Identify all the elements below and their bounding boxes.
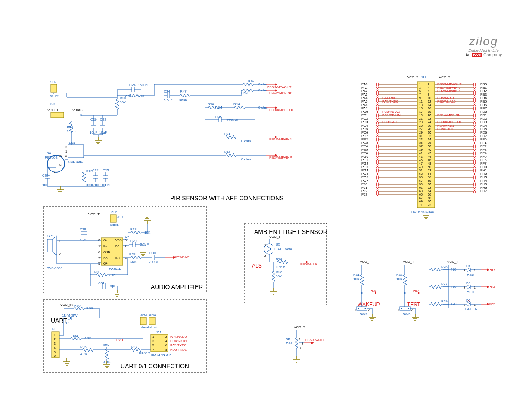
svg-text:SH3: SH3	[149, 313, 156, 317]
svg-text:R33: R33	[72, 334, 78, 338]
svg-text:PB0/AMPAOUT: PB0/AMPAOUT	[267, 85, 291, 89]
svg-text:D7: D7	[65, 321, 69, 325]
svg-text:shunt: shunt	[110, 223, 119, 227]
svg-text:D: D	[59, 155, 62, 158]
svg-text:C23: C23	[100, 118, 106, 121]
svg-text:1: 1	[54, 333, 56, 336]
svg-text:R37: R37	[131, 345, 137, 349]
svg-text:5K: 5K	[286, 337, 290, 341]
svg-text:R22: R22	[276, 270, 282, 274]
svg-text:2: 2	[464, 286, 465, 289]
svg-text:50: 50	[428, 165, 431, 168]
svg-text:383K: 383K	[179, 98, 187, 102]
svg-text:2: 2	[54, 338, 56, 341]
svg-text:2: 2	[302, 342, 303, 345]
svg-text:D6: D6	[466, 299, 471, 302]
svg-text:1: 1	[98, 245, 100, 248]
svg-text:3: 3	[65, 146, 67, 149]
svg-text:37: 37	[419, 145, 423, 148]
svg-text:J18: J18	[421, 75, 426, 79]
svg-text:15: 15	[419, 107, 423, 110]
svg-text:25: 25	[419, 124, 423, 127]
svg-text:NCL-10IL: NCL-10IL	[68, 160, 83, 164]
svg-text:PC5: PC5	[488, 302, 495, 306]
svg-text:24: 24	[428, 121, 431, 124]
svg-text:VDD: VDD	[115, 239, 122, 242]
svg-text:58: 58	[428, 179, 431, 182]
svg-text:33: 33	[419, 138, 423, 141]
svg-text:YELL: YELL	[467, 290, 476, 294]
schematic-canvas: SH7 shunt J23 VCC_T VBIAS R46 0 ohm C361…	[0, 0, 532, 411]
als-block: VCC_T U5TEFT4300 12 R450 ohm PB5/ANA9 R2…	[245, 223, 327, 305]
svg-rect-92	[110, 215, 116, 222]
svg-text:26: 26	[428, 124, 431, 127]
svg-text:4: 4	[428, 86, 429, 89]
svg-text:R23: R23	[286, 341, 292, 345]
svg-text:71: 71	[419, 203, 423, 206]
svg-text:C24: C24	[129, 83, 136, 87]
svg-text:O-: O-	[103, 239, 107, 242]
svg-text:J20: J20	[51, 327, 56, 331]
svg-text:29: 29	[419, 131, 423, 134]
svg-text:46: 46	[428, 159, 431, 162]
svg-text:S: S	[59, 163, 62, 166]
svg-text:R38: R38	[130, 227, 137, 231]
svg-text:R26: R26	[441, 265, 448, 269]
wakeup-test-block: VCC_T VCC_T R3110K R3210K PA6 PA7 SW2 SW…	[353, 260, 495, 321]
svg-text:36: 36	[428, 141, 431, 144]
svg-text:1: 1	[59, 240, 61, 243]
svg-text:R34: R34	[103, 343, 110, 347]
svg-text:59: 59	[419, 183, 423, 186]
svg-text:1500pF: 1500pF	[138, 83, 149, 87]
svg-text:5: 5	[152, 344, 154, 347]
svg-text:18: 18	[428, 110, 431, 113]
svg-text:VCC_5v: VCC_5v	[60, 303, 73, 307]
svg-text:R43: R43	[233, 102, 240, 106]
svg-text:32: 32	[428, 134, 431, 137]
sh7	[51, 84, 57, 92]
svg-text:PB2/AMPAINP: PB2/AMPAINP	[269, 156, 292, 159]
svg-text:0 ohm: 0 ohm	[276, 265, 286, 269]
pir-block: SH7 shunt J23 VCC_T VBIAS R46 0 ohm C361…	[42, 79, 294, 193]
svg-text:VCC_T: VCC_T	[407, 75, 418, 79]
svg-text:R35: R35	[80, 345, 87, 349]
svg-text:2: 2	[125, 245, 127, 248]
svg-text:41: 41	[419, 152, 423, 155]
svg-text:70: 70	[428, 200, 431, 203]
svg-text:1: 1	[419, 83, 421, 86]
svg-text:SW2: SW2	[360, 312, 367, 316]
svg-text:8: 8	[165, 348, 167, 351]
svg-text:shunt: shunt	[140, 325, 149, 329]
svg-text:J19: J19	[117, 215, 123, 219]
svg-text:1: 1	[398, 308, 400, 311]
svg-text:10: 10	[428, 97, 431, 100]
svg-text:0.47uF: 0.47uF	[149, 260, 159, 264]
svg-text:7: 7	[419, 93, 421, 96]
svg-text:U7: U7	[125, 235, 130, 239]
svg-text:U5: U5	[276, 243, 280, 246]
svg-text:57: 57	[419, 179, 423, 182]
svg-text:1uF: 1uF	[80, 238, 86, 242]
svg-text:2: 2	[165, 335, 167, 338]
svg-text:PA7: PA7	[413, 289, 419, 293]
audio-block: SP1CVS-1508 12 U7TPA301D 8O- 1IN- 6GND 7…	[43, 207, 207, 296]
svg-text:G: G	[53, 171, 55, 174]
svg-text:PD1/AMPBINN: PD1/AMPBINN	[269, 91, 292, 95]
svg-text:5: 5	[54, 351, 56, 354]
svg-text:R27: R27	[441, 282, 448, 286]
svg-text:5: 5	[419, 90, 421, 93]
svg-text:10K: 10K	[120, 100, 126, 104]
svg-text:0.01uF: 0.01uF	[90, 183, 100, 187]
svg-text:PB7: PB7	[488, 268, 495, 272]
svg-text:7: 7	[98, 257, 100, 260]
svg-text:PB6/ANA10: PB6/ANA10	[305, 338, 324, 342]
svg-text:PA5/TXD0: PA5/TXD0	[382, 100, 398, 103]
svg-text:60: 60	[428, 183, 431, 186]
svg-text:R29: R29	[441, 299, 448, 303]
svg-rect-122	[52, 332, 59, 358]
svg-text:TPA301D: TPA301D	[107, 267, 121, 271]
svg-text:PB6/ANA10: PB6/ANA10	[437, 100, 456, 103]
svg-text:2: 2	[411, 308, 413, 311]
svg-text:R45: R45	[276, 257, 282, 261]
svg-text:34: 34	[428, 138, 431, 141]
